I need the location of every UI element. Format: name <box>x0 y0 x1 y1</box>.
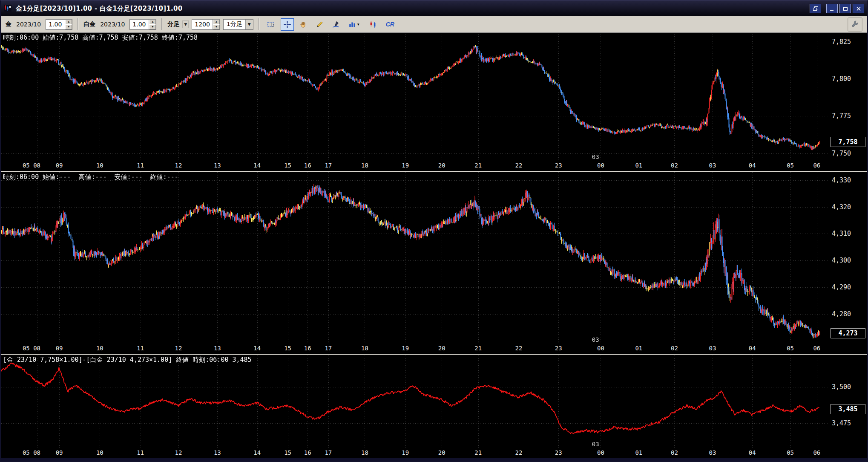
gold-label: 金 <box>6 20 11 28</box>
platinum-contract-month[interactable]: 2023/10 <box>98 20 126 29</box>
time-axis-label: 02 <box>671 162 678 169</box>
candlestick-style-button[interactable] <box>366 18 379 31</box>
time-axis-label: 18 <box>361 162 368 169</box>
platinum-scale-value[interactable]: 1.00 <box>130 20 149 29</box>
minimize-button[interactable] <box>826 4 838 13</box>
time-axis-label: 19 <box>402 345 409 352</box>
time-axis-label: 11 <box>137 449 144 456</box>
time-axis-label: 09 <box>56 162 63 169</box>
chevron-down-icon[interactable]: ▼ <box>245 20 253 29</box>
chart-style-dropdown-button[interactable]: ▼ <box>345 18 363 31</box>
pencil-icon <box>316 20 324 29</box>
gold-scale-spinner[interactable]: 1.00 ▲ ▼ <box>46 19 72 30</box>
interval-label: 分足 <box>167 20 179 28</box>
platinum-scale-down-button[interactable]: ▼ <box>149 24 156 29</box>
gold-chart-panel: 7,8257,8007,7757,750 7,758 時刻:06:00 始値:7… <box>1 33 867 161</box>
float-window-button[interactable] <box>810 4 821 13</box>
bar-chart-icon <box>348 20 356 28</box>
time-axis-label: 14 <box>253 162 261 169</box>
time-axis-label: 15 <box>284 162 291 169</box>
chart-reload-label: CR <box>386 21 394 28</box>
time-axis-label: 16 <box>304 162 311 169</box>
settings-area <box>848 17 862 32</box>
bar-count-spinner[interactable]: 1200 ▲ ▼ <box>192 19 220 30</box>
platinum-scale-spinner[interactable]: 1.00 ▲ ▼ <box>129 19 156 30</box>
platinum-scale-up-button[interactable]: ▲ <box>149 20 156 25</box>
time-axis-label: 08 <box>33 162 40 169</box>
bar-count-down-button[interactable]: ▼ <box>213 24 220 29</box>
time-axis-label: 05 <box>23 345 30 352</box>
settings-wrench-button[interactable] <box>848 18 862 31</box>
time-axis-label: 21 <box>474 449 482 456</box>
price-axis-label: 4,290 <box>832 283 851 291</box>
time-axis-label: 12 <box>175 162 182 169</box>
time-axis-label: 14 <box>253 449 261 456</box>
toolbar-separator <box>259 18 259 30</box>
interval-dropdown-arrow[interactable]: ▼ <box>182 20 189 28</box>
time-axis-label: 22 <box>515 162 523 169</box>
price-axis-label: 4,280 <box>832 310 851 318</box>
hand-pan-tool-button[interactable] <box>297 18 310 31</box>
price-axis-label: 7,825 <box>832 38 851 46</box>
time-axis-label: 11 <box>137 345 144 352</box>
time-axis-label: 08 <box>33 345 40 352</box>
gold-last-price-tag: 7,758 <box>831 137 865 147</box>
time-axis-label: 05 <box>23 449 30 456</box>
gold-scale-down-button[interactable]: ▼ <box>65 24 72 29</box>
spread-line-chart[interactable] <box>1 355 829 448</box>
pen-annotate-tool-button[interactable] <box>329 18 342 31</box>
gold-contract-month[interactable]: 2023/10 <box>14 20 43 29</box>
price-axis-label: 3,475 <box>832 419 851 427</box>
time-axis-label: 05 <box>787 162 794 169</box>
platinum-scale-arrows: ▲ ▼ <box>149 20 156 29</box>
time-axis-label: 11 <box>137 162 144 169</box>
time-axis-label: 09 <box>56 345 63 352</box>
period-dropdown[interactable]: 1分足 ▼ <box>223 19 253 30</box>
time-axis-label: 03 <box>709 345 716 352</box>
spread-price-axis[interactable]: 3,5003,475 <box>829 355 867 448</box>
titlebar[interactable]: 金1分足[2023/10]1.00 - 白金1分足[2023/10]1.00 <box>1 1 867 16</box>
wrench-icon <box>851 20 859 29</box>
spread-last-price-tag: 3,485 <box>831 404 865 414</box>
time-axis-label: 18 <box>361 449 368 456</box>
time-axis-label: 17 <box>325 449 332 456</box>
platinum-price-axis[interactable]: 4,3304,3204,3104,3004,2904,280 <box>829 172 867 344</box>
window-title: 金1分足[2023/10]1.00 - 白金1分足[2023/10]1.00 <box>16 5 183 13</box>
gold-scale-value[interactable]: 1.00 <box>46 20 65 29</box>
app-icon <box>4 5 12 12</box>
platinum-last-price-tag: 4,273 <box>831 328 865 338</box>
time-axis-label: 10 <box>96 449 103 456</box>
time-axis-label: 13 <box>214 449 221 456</box>
chevron-down-icon: ▼ <box>356 23 360 26</box>
time-axis-label: 00 <box>597 345 604 352</box>
selection-box-icon <box>267 20 275 29</box>
time-axis-label: 20 <box>438 345 445 352</box>
chart-reload-button[interactable]: CR <box>382 18 398 31</box>
time-axis-label: 04 <box>749 449 756 456</box>
time-axis-label: 05 <box>787 449 794 456</box>
zoom-select-tool-button[interactable] <box>264 18 278 31</box>
time-axis-label: 21 <box>474 162 482 169</box>
time-axis-label: 05 <box>23 162 30 169</box>
crosshair-tool-button[interactable] <box>281 18 294 31</box>
time-axis-label: 22 <box>515 345 523 352</box>
gold-candlestick-chart[interactable] <box>1 33 829 161</box>
bar-count-arrows: ▲ ▼ <box>213 20 220 29</box>
close-button[interactable] <box>853 4 864 13</box>
time-axis-label: 12 <box>175 345 182 352</box>
time-axis-label: 20 <box>438 449 445 456</box>
platinum-candlestick-chart[interactable] <box>1 172 829 344</box>
time-axis-label: 23 <box>555 162 562 169</box>
gold-scale-up-button[interactable]: ▲ <box>65 20 72 25</box>
time-axis-label: 09 <box>56 449 63 456</box>
pencil-draw-tool-button[interactable] <box>313 18 326 31</box>
time-axis-label: 04 <box>749 345 756 352</box>
time-axis: 0508091011121314151617181920212223000102… <box>1 448 867 458</box>
time-axis: 0508091011121314151617181920212223000102… <box>1 344 867 354</box>
bar-count-up-button[interactable]: ▲ <box>213 20 220 25</box>
spread-chart-panel: 3,5003,475 3,485 [金 23/10 7,758×1.00]-[白… <box>1 355 867 448</box>
time-axis-label: 22 <box>515 449 523 456</box>
maximize-button[interactable] <box>839 4 851 13</box>
time-axis-label: 23 <box>555 345 562 352</box>
bar-count-value[interactable]: 1200 <box>192 20 213 29</box>
